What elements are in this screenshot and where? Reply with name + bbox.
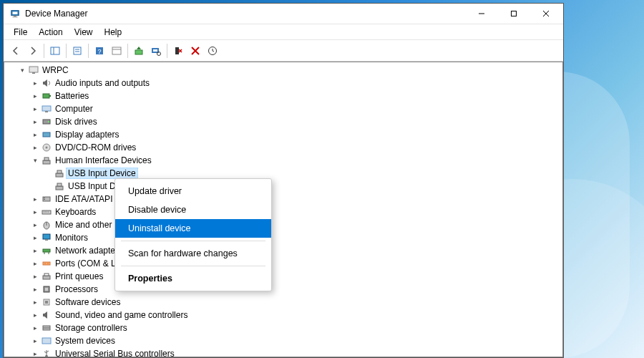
toolbar-separator [44, 44, 44, 58]
chevron-right-icon[interactable]: ▸ [30, 286, 40, 293]
maximize-button[interactable] [497, 4, 530, 24]
chevron-right-icon[interactable]: ▸ [30, 324, 40, 332]
tree-item-computer[interactable]: ▸ Computer [7, 102, 560, 115]
keyboard-icon [40, 207, 53, 217]
chevron-right-icon[interactable]: ▸ [30, 118, 40, 125]
tree-root[interactable]: ▾ WRPC [7, 64, 560, 77]
update-driver-button[interactable] [131, 43, 147, 59]
properties-button[interactable] [69, 43, 85, 59]
tree-label: Software devices [53, 296, 122, 308]
tree-item-audio[interactable]: ▸ Audio inputs and outputs [7, 77, 560, 90]
chevron-right-icon[interactable]: ▸ [30, 311, 40, 319]
tree-item-ide[interactable]: ▸ IDE ATA/ATAPI controllers [7, 193, 560, 205]
svg-rect-25 [43, 94, 49, 98]
tree-label: USB Input Device [66, 168, 138, 179]
chevron-right-icon[interactable]: ▸ [30, 131, 40, 138]
chevron-down-icon[interactable]: ▾ [17, 67, 27, 74]
chevron-right-icon[interactable]: ▸ [30, 195, 40, 203]
action-details-button[interactable] [109, 43, 125, 59]
chevron-right-icon[interactable]: ▸ [30, 105, 40, 112]
tree-item-printq[interactable]: ▸ Print queues [7, 270, 560, 283]
cpu-icon [40, 284, 53, 294]
ctx-properties[interactable]: Properties [115, 269, 271, 288]
tree-item-batteries[interactable]: ▸ Batteries [7, 90, 560, 102]
menu-view[interactable]: View [69, 26, 99, 39]
tree-pane-icon [50, 46, 60, 56]
tree-item-system[interactable]: ▸ System devices [7, 334, 560, 347]
chevron-right-icon[interactable]: ▸ [30, 337, 40, 344]
chevron-right-icon[interactable]: ▸ [30, 247, 40, 254]
tree-item-processors[interactable]: ▸ Processors [7, 283, 560, 296]
svg-rect-27 [42, 106, 51, 111]
tree-item-software[interactable]: ▸ Software devices [7, 296, 560, 309]
svg-rect-3 [13, 16, 18, 17]
forward-button[interactable] [25, 43, 41, 59]
svg-rect-24 [32, 72, 35, 74]
chevron-right-icon[interactable]: ▸ [30, 208, 40, 216]
tree-item-storage[interactable]: ▸ Storage controllers [7, 321, 560, 334]
show-hide-button[interactable] [47, 43, 63, 59]
titlebar[interactable]: Device Manager [4, 4, 563, 24]
chevron-right-icon[interactable]: ▸ [30, 350, 40, 357]
scan-hardware-button[interactable] [148, 43, 164, 59]
maximize-icon [510, 10, 517, 17]
help-button[interactable]: ? [92, 43, 107, 59]
tree-item-keyboards[interactable]: ▸ Keyboards [7, 205, 560, 218]
svg-rect-56 [44, 274, 49, 276]
disable-device-icon [173, 46, 183, 56]
properties-icon [72, 46, 82, 56]
minimize-button[interactable] [465, 4, 497, 24]
circle-arrow-icon [208, 46, 218, 56]
svg-rect-1 [13, 11, 18, 14]
tree-item-usb[interactable]: ▸ Universal Serial Bus controllers [7, 347, 560, 357]
tree-item-mice[interactable]: ▸ Mice and other pointing devices [7, 218, 560, 231]
svg-rect-42 [44, 199, 45, 200]
uninstall-device-button[interactable] [187, 43, 203, 59]
close-button[interactable] [530, 4, 562, 24]
tree-item-display[interactable]: ▸ Display adapters [7, 128, 560, 141]
chevron-right-icon[interactable]: ▸ [30, 273, 40, 280]
chevron-right-icon[interactable]: ▸ [30, 234, 40, 241]
tree-item-ports[interactable]: ▸ Ports (COM & LPT) [7, 257, 560, 270]
tree-label: Batteries [53, 90, 91, 102]
tree-label: WRPC [40, 64, 71, 76]
chevron-right-icon[interactable]: ▸ [30, 92, 40, 100]
svg-rect-38 [56, 186, 63, 190]
tree-label: Sound, video and game controllers [53, 309, 190, 321]
tree-label: Audio inputs and outputs [53, 77, 152, 89]
svg-rect-52 [43, 262, 50, 265]
svg-point-53 [44, 263, 46, 264]
tree-item-sound[interactable]: ▸ Sound, video and game controllers [7, 309, 560, 321]
chevron-right-icon[interactable]: ▸ [30, 260, 40, 267]
device-tree[interactable]: ▾ WRPC ▸ Audio inputs and outputs ▸ Batt… [4, 62, 563, 357]
tree-item-usb-input-2[interactable]: USB Input Device [7, 180, 560, 193]
chevron-right-icon[interactable]: ▸ [30, 79, 40, 87]
ctx-scan-hardware[interactable]: Scan for hardware changes [115, 244, 271, 263]
ctx-uninstall-device[interactable]: Uninstall device [115, 219, 271, 238]
tree-item-dvd[interactable]: ▸ DVD/CD-ROM drives [7, 141, 560, 154]
tree-label: DVD/CD-ROM drives [53, 142, 138, 153]
back-button[interactable] [8, 43, 24, 59]
tree-item-hid[interactable]: ▾ Human Interface Devices [7, 154, 560, 167]
tree-item-monitors[interactable]: ▸ Monitors [7, 231, 560, 244]
system-device-icon [40, 336, 53, 346]
tree-label: Print queues [53, 271, 105, 282]
close-icon [542, 10, 550, 17]
chevron-down-icon[interactable]: ▾ [30, 157, 40, 164]
chevron-right-icon[interactable]: ▸ [30, 144, 40, 151]
chevron-right-icon[interactable]: ▸ [30, 221, 40, 228]
monitor-icon [40, 233, 53, 243]
tree-item-disk[interactable]: ▸ Disk drives [7, 115, 560, 128]
svg-rect-19 [153, 49, 157, 52]
menu-action[interactable]: Action [33, 26, 68, 39]
disable-device-button[interactable] [170, 43, 186, 59]
chevron-right-icon[interactable]: ▸ [30, 299, 40, 306]
ctx-disable-device[interactable]: Disable device [115, 200, 271, 219]
tree-item-usb-input-1[interactable]: USB Input Device [7, 167, 560, 180]
tree-label: Monitors [53, 232, 90, 243]
menu-file[interactable]: File [8, 26, 33, 39]
menu-help[interactable]: Help [99, 26, 128, 39]
add-legacy-button[interactable] [205, 43, 220, 59]
ctx-update-driver[interactable]: Update driver [115, 182, 271, 200]
tree-item-network[interactable]: ▸ Network adapters [7, 244, 560, 257]
